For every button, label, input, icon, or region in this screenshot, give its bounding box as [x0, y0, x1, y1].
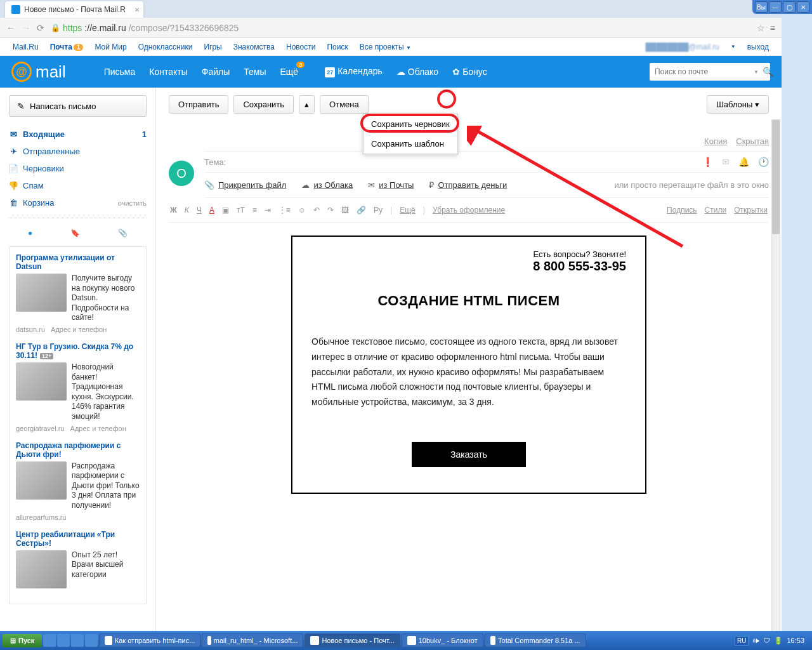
fmt-cards-link[interactable]: Открытки: [733, 204, 769, 216]
send-money-button[interactable]: ₽Отправить деньги: [429, 180, 507, 190]
fmt-clear-link[interactable]: Убрать оформление: [431, 204, 506, 216]
compose-scrollbar[interactable]: [771, 119, 780, 644]
list-icon[interactable]: ⋮≡: [277, 204, 292, 216]
bold-icon[interactable]: Ж: [169, 204, 178, 216]
attach-file-button[interactable]: 📎Прикрепить файл: [204, 180, 286, 190]
folder-drafts[interactable]: 📄Черновики: [9, 160, 147, 177]
tray-icon[interactable]: 🕪: [752, 637, 759, 644]
logout-link[interactable]: выход: [747, 43, 769, 51]
portal-link-games[interactable]: Игры: [204, 43, 221, 51]
ad-title[interactable]: Центр реабилитации «Три Сестры»!: [16, 530, 140, 548]
send-button[interactable]: Отправить: [169, 95, 228, 114]
portal-link-all[interactable]: Все проекты ▼: [360, 43, 411, 51]
mail-logo[interactable]: @ mail: [11, 62, 66, 82]
bg-color-icon[interactable]: ▣: [221, 204, 230, 216]
folder-spam[interactable]: 👎Спам: [9, 177, 147, 194]
link-icon[interactable]: 🔗: [355, 204, 367, 216]
search-icon[interactable]: 🔍: [763, 67, 773, 77]
browser-tab[interactable]: Новое письмо - Почта Mail.R ✕: [5, 1, 143, 18]
folder-inbox[interactable]: ✉Входящие1: [9, 126, 147, 143]
window-close-button[interactable]: ✕: [797, 1, 809, 13]
window-user-button[interactable]: Вы: [755, 1, 768, 13]
search-input[interactable]: [655, 67, 750, 76]
flagged-filter-icon[interactable]: 🔖: [70, 229, 80, 237]
nav-themes[interactable]: Темы: [244, 67, 266, 77]
save-draft-item[interactable]: Сохранить черновик: [363, 114, 457, 134]
nav-letters[interactable]: Письма: [104, 67, 136, 77]
nav-more[interactable]: Ещё3: [280, 67, 298, 77]
nav-forward-icon[interactable]: →: [22, 23, 30, 33]
search-box[interactable]: ▼ 🔍: [650, 63, 770, 81]
emoji-icon[interactable]: ☺: [297, 204, 307, 216]
taskbar-task[interactable]: Total Commander 8.51a ...: [485, 633, 586, 647]
nav-bonus[interactable]: ✿Бонус: [452, 67, 487, 77]
ad-image[interactable]: [16, 550, 67, 588]
search-dropdown-icon[interactable]: ▼: [754, 69, 759, 75]
fmt-styles-link[interactable]: Стили: [704, 204, 728, 216]
fmt-signature-link[interactable]: Подпись: [665, 204, 698, 216]
save-button[interactable]: Сохранить: [233, 95, 294, 114]
to-field-row[interactable]: Копия Скрытая: [204, 131, 769, 152]
url-field[interactable]: 🔒 https ://e.mail.ru /compose/?154332669…: [51, 23, 750, 33]
nav-cloud[interactable]: ☁Облако: [396, 67, 438, 77]
email-order-button[interactable]: Заказать: [412, 442, 526, 467]
nav-reload-icon[interactable]: ⟳: [37, 23, 44, 33]
portal-link-mymir[interactable]: Мой Мир: [95, 43, 126, 51]
nav-files[interactable]: Файлы: [202, 67, 230, 77]
ad-title[interactable]: Распродажа парфюмерии с Дьюти фри!: [16, 441, 140, 459]
priority-icon[interactable]: ❗: [702, 157, 713, 167]
user-menu-chevron-icon[interactable]: ▼: [731, 44, 736, 50]
cc-link[interactable]: Копия: [704, 136, 727, 146]
unread-filter-icon[interactable]: ●: [28, 229, 32, 237]
ad-title[interactable]: Программа утилизации от Datsun: [16, 253, 140, 271]
subject-field-row[interactable]: Тема: ❗ ✉ 🔔 🕐: [204, 152, 769, 173]
reminder-icon[interactable]: 🔔: [738, 157, 749, 167]
scrollbar-thumb[interactable]: [772, 120, 780, 234]
templates-button[interactable]: Шаблоны ▾: [707, 95, 769, 114]
trash-clear-link[interactable]: очистить: [118, 199, 147, 207]
image-icon[interactable]: 🖼: [340, 204, 350, 216]
schedule-icon[interactable]: 🕐: [758, 157, 769, 167]
font-size-icon[interactable]: тТ: [235, 204, 246, 216]
text-color-icon[interactable]: А: [208, 204, 216, 216]
taskbar-task[interactable]: mail_ru_html_ - Microsoft...: [202, 633, 303, 647]
fmt-more-link[interactable]: Ещё: [398, 204, 417, 216]
quicklaunch-icon[interactable]: [85, 634, 98, 647]
window-minimize-button[interactable]: —: [769, 1, 782, 13]
ad-image[interactable]: [16, 362, 67, 401]
folder-sent[interactable]: ✈Отправленные: [9, 143, 147, 160]
bookmark-icon[interactable]: ☆: [757, 23, 765, 33]
taskbar-task[interactable]: 10bukv_ - Блокнот: [402, 633, 483, 647]
portal-link-mailru[interactable]: Mail.Ru: [13, 43, 39, 51]
portal-link-ok[interactable]: Одноклассники: [138, 43, 193, 51]
start-button[interactable]: ⊞Пуск: [3, 634, 42, 647]
folder-trash[interactable]: 🗑Корзинаочистить: [9, 194, 147, 211]
portal-link-mail[interactable]: Почта1: [50, 43, 84, 51]
redo-icon[interactable]: ↷: [326, 204, 335, 216]
ad-image[interactable]: [16, 274, 67, 312]
taskbar-task-active[interactable]: Новое письмо - Почт...: [304, 633, 400, 647]
portal-link-dating[interactable]: Знакомства: [233, 43, 275, 51]
bcc-link[interactable]: Скрытая: [736, 136, 769, 146]
language-indicator[interactable]: RU: [735, 636, 749, 646]
user-email[interactable]: ████████@mail.ru: [646, 43, 719, 51]
cancel-button[interactable]: Отмена: [320, 95, 369, 114]
portal-link-news[interactable]: Новости: [286, 43, 315, 51]
portal-link-search[interactable]: Поиск: [327, 43, 348, 51]
align-icon[interactable]: ≡: [251, 204, 258, 216]
taskbar-task[interactable]: Как отправить html-пис...: [99, 633, 200, 647]
quicklaunch-icon[interactable]: [43, 634, 56, 647]
quicklaunch-icon[interactable]: [71, 634, 84, 647]
nav-back-icon[interactable]: ←: [6, 23, 15, 33]
translit-icon[interactable]: Ру: [372, 204, 384, 216]
nav-contacts[interactable]: Контакты: [149, 67, 187, 77]
ad-title[interactable]: НГ Тур в Грузию. Скидка 7% до 30.11!12+: [16, 342, 140, 360]
ad-image[interactable]: [16, 461, 67, 500]
attachment-filter-icon[interactable]: 📎: [118, 229, 128, 237]
underline-icon[interactable]: Ч: [195, 204, 203, 216]
receipt-icon[interactable]: ✉: [722, 157, 730, 167]
window-maximize-button[interactable]: ▢: [783, 1, 796, 13]
attach-cloud-button[interactable]: ☁из Облака: [301, 180, 353, 190]
nav-calendar[interactable]: 27Календарь: [325, 66, 383, 77]
tray-icon[interactable]: 🔋: [774, 637, 783, 645]
